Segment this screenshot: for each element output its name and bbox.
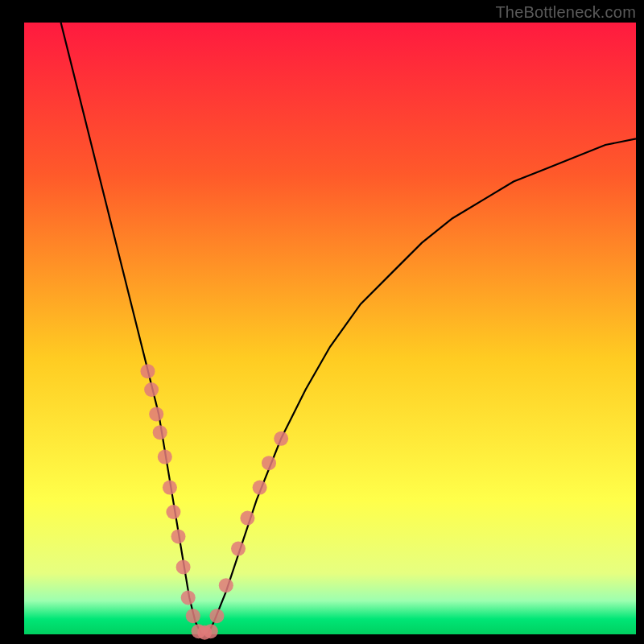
marker-left-arm-markers [181,590,196,605]
plot-background [24,23,636,634]
marker-left-arm-markers [144,382,159,397]
marker-left-arm-markers [166,505,180,519]
marker-right-arm-markers [209,609,224,623]
marker-left-arm-markers [171,529,186,543]
marker-bottom-markers [204,624,218,638]
marker-right-arm-markers [240,511,254,526]
bottleneck-chart [0,0,644,644]
marker-right-arm-markers [231,542,246,556]
marker-left-arm-markers [163,481,177,495]
marker-left-arm-markers [153,425,167,440]
marker-right-arm-markers [253,481,267,495]
marker-left-arm-markers [158,450,172,464]
watermark-text: TheBottleneck.com [495,3,636,22]
marker-left-arm-markers [141,364,155,378]
marker-left-arm-markers [176,559,191,574]
marker-right-arm-markers [262,456,276,470]
marker-right-arm-markers [274,431,288,446]
marker-left-arm-markers [186,609,200,623]
marker-left-arm-markers [149,407,163,421]
marker-right-arm-markers [219,578,233,592]
